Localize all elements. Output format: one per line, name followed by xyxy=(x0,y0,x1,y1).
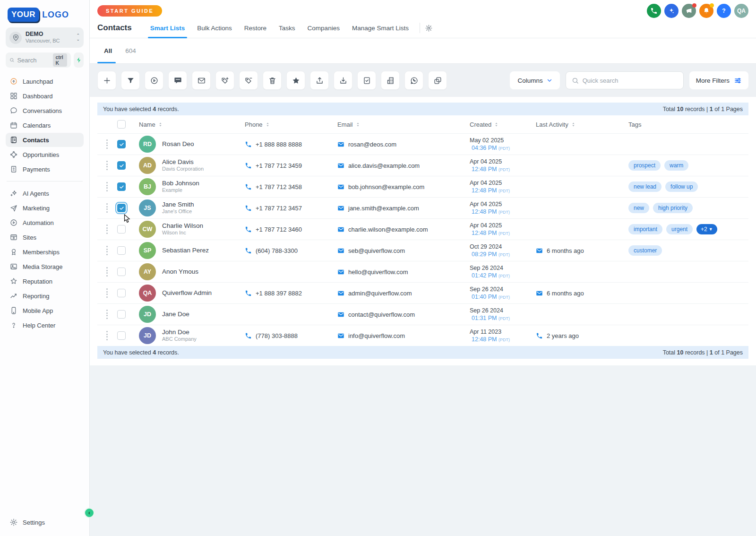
sidebar-item-marketing[interactable]: Marketing xyxy=(6,201,84,215)
column-header-name[interactable]: Name xyxy=(139,121,245,128)
phone-circle-button[interactable] xyxy=(647,4,661,18)
row-checkbox[interactable] xyxy=(117,246,126,255)
trash-button[interactable] xyxy=(263,71,282,90)
table-row[interactable]: QAQuiverflow Admin+1 888 397 8882admin@q… xyxy=(97,282,748,303)
quick-search[interactable] xyxy=(566,71,684,89)
sort-icon[interactable] xyxy=(157,121,163,128)
column-header-last-activity[interactable]: Last Activity xyxy=(536,121,628,128)
automation-play-button[interactable] xyxy=(145,71,163,90)
sidebar-item-settings[interactable]: Settings xyxy=(6,515,84,529)
quick-search-input[interactable] xyxy=(583,77,678,84)
contact-name[interactable]: Rosan Deo xyxy=(162,140,194,148)
more-tags-pill[interactable]: +2▼ xyxy=(696,224,717,234)
column-header-created[interactable]: Created xyxy=(470,121,536,128)
sort-icon[interactable] xyxy=(265,121,271,128)
add-tag-button[interactable] xyxy=(215,71,234,90)
remove-tag-button[interactable] xyxy=(239,71,258,90)
row-checkbox[interactable] xyxy=(117,268,126,276)
row-checkbox[interactable] xyxy=(117,310,126,319)
contact-name[interactable]: Sebastian Perez xyxy=(162,247,209,254)
start-guide-button[interactable]: START GUIDE xyxy=(97,5,162,17)
user-avatar[interactable]: QA xyxy=(734,4,748,18)
megaphone-circle-button[interactable] xyxy=(682,4,696,18)
tab-smart-lists[interactable]: Smart Lists xyxy=(144,18,191,38)
import-button[interactable] xyxy=(334,71,352,90)
email-cell[interactable]: jane.smith@example.com xyxy=(337,205,470,212)
select-all-checkbox[interactable] xyxy=(117,120,126,129)
drag-handle-icon[interactable] xyxy=(103,139,111,149)
row-checkbox[interactable] xyxy=(117,204,126,212)
contact-name[interactable]: John Doe xyxy=(162,329,197,336)
sidebar-item-mobile-app[interactable]: Mobile App xyxy=(6,303,84,318)
columns-dropdown[interactable]: Columns xyxy=(510,71,559,89)
email-cell[interactable]: charlie.wilson@example.com xyxy=(337,226,470,233)
sms-button[interactable] xyxy=(168,71,187,90)
sort-icon[interactable] xyxy=(570,121,576,128)
sort-icon[interactable] xyxy=(355,121,361,128)
drag-handle-icon[interactable] xyxy=(103,203,111,213)
drag-handle-icon[interactable] xyxy=(103,161,111,170)
contact-name[interactable]: Charlie Wilson xyxy=(162,222,203,230)
tag-pill[interactable]: new xyxy=(628,203,649,213)
sidebar-item-sites[interactable]: Sites xyxy=(6,230,84,244)
chevron-updown-icon[interactable]: ⌃⌄ xyxy=(76,34,80,41)
location-switcher[interactable]: DEMO Vancouver, BC ⌃⌄ xyxy=(6,27,84,48)
table-row[interactable]: JDJohn DoeABC Company(778) 303-8888info@… xyxy=(97,325,748,346)
tab-bulk-actions[interactable]: Bulk Actions xyxy=(191,18,238,38)
drag-handle-icon[interactable] xyxy=(103,288,111,298)
sidebar-item-conversations[interactable]: Conversations xyxy=(6,104,84,118)
email-cell[interactable]: contact@quiverflow.com xyxy=(337,311,470,318)
email-button[interactable] xyxy=(192,71,211,90)
sidebar-search[interactable]: ctrl K xyxy=(6,52,71,68)
tab-companies[interactable]: Companies xyxy=(301,18,346,38)
table-row[interactable]: JSJane SmithJane's Office+1 787 712 3457… xyxy=(97,197,748,218)
quick-actions-bolt-button[interactable] xyxy=(74,52,84,68)
table-row[interactable]: RDRosan Deo+1 888 888 8888rosan@deos.com… xyxy=(97,133,748,155)
search-input[interactable] xyxy=(17,57,50,64)
more-filters-button[interactable]: More Filters xyxy=(689,71,748,89)
tag-pill[interactable]: follow up xyxy=(665,182,698,192)
email-cell[interactable]: admin@quiverflow.com xyxy=(337,290,470,297)
contact-name[interactable]: Alice Davis xyxy=(162,158,204,166)
phone-cell[interactable]: +1 888 888 8888 xyxy=(245,141,337,148)
email-cell[interactable]: hello@quiverflow.com xyxy=(337,268,470,276)
drag-handle-icon[interactable] xyxy=(103,310,111,319)
contact-name[interactable]: Anon Ymous xyxy=(162,268,198,276)
column-header-phone[interactable]: Phone xyxy=(245,121,337,128)
row-checkbox[interactable] xyxy=(117,182,126,191)
row-checkbox[interactable] xyxy=(117,140,126,148)
tag-pill[interactable]: important xyxy=(628,224,662,234)
star-button[interactable] xyxy=(286,71,305,90)
email-cell[interactable]: seb@quiverflow.com xyxy=(337,247,470,254)
tab-restore[interactable]: Restore xyxy=(238,18,273,38)
table-row[interactable]: JDJane Doecontact@quiverflow.comSep 26 2… xyxy=(97,303,748,325)
sparkle-circle-button[interactable] xyxy=(664,4,679,18)
phone-cell[interactable]: +1 787 712 3458 xyxy=(245,183,337,190)
export-button[interactable] xyxy=(310,71,329,90)
verify-email-button[interactable] xyxy=(357,71,376,90)
tab-tasks[interactable]: Tasks xyxy=(273,18,301,38)
tag-pill[interactable]: prospect xyxy=(628,160,661,171)
table-row[interactable]: SPSebastian Perez(604) 788-3300seb@quive… xyxy=(97,240,748,261)
sidebar-item-reputation[interactable]: Reputation xyxy=(6,274,84,288)
sidebar-item-ai-agents[interactable]: AI Agents xyxy=(6,186,84,200)
tag-pill[interactable]: warm xyxy=(664,160,688,171)
row-checkbox[interactable] xyxy=(117,289,126,297)
sidebar-item-launchpad[interactable]: Launchpad xyxy=(6,74,84,88)
email-cell[interactable]: rosan@deos.com xyxy=(337,141,470,148)
drag-handle-icon[interactable] xyxy=(103,267,111,277)
sidebar-item-automation[interactable]: Automation xyxy=(6,216,84,230)
row-checkbox[interactable] xyxy=(117,331,126,340)
table-row[interactable]: ADAlice DavisDavis Corporation+1 787 712… xyxy=(97,155,748,176)
row-checkbox[interactable] xyxy=(117,161,126,170)
add-button[interactable] xyxy=(97,71,116,90)
sidebar-item-reporting[interactable]: Reporting xyxy=(6,289,84,303)
table-row[interactable]: AYAnon Ymoushello@quiverflow.comSep 26 2… xyxy=(97,261,748,282)
email-cell[interactable]: bob.johnson@example.com xyxy=(337,183,470,190)
bell-circle-button[interactable] xyxy=(699,4,713,18)
sidebar-item-opportunities[interactable]: Opportunities xyxy=(6,147,84,162)
phone-cell[interactable]: (778) 303-8888 xyxy=(245,332,337,339)
contact-name[interactable]: Quiverflow Admin xyxy=(162,289,212,297)
sidebar-item-calendars[interactable]: Calendars xyxy=(6,118,84,132)
phone-cell[interactable]: (604) 788-3300 xyxy=(245,247,337,254)
